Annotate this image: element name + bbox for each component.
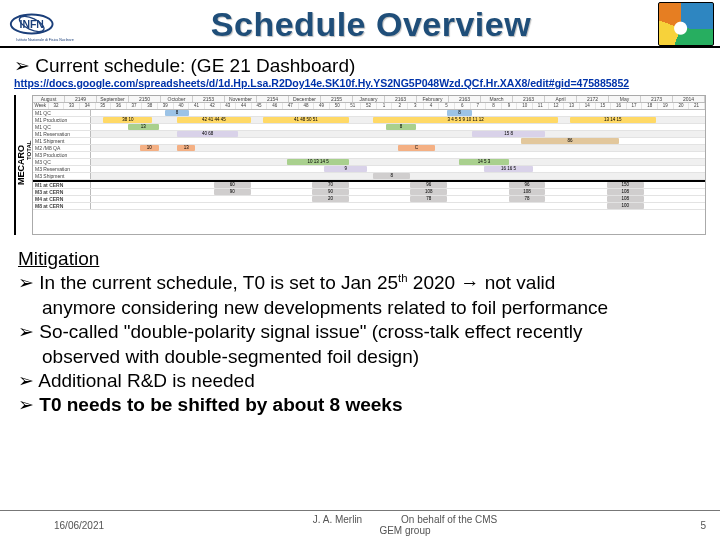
total-chip: 108 [410, 189, 447, 195]
week-cell: 17 [627, 103, 643, 109]
gantt-grid: August2149September2150October2153Novemb… [32, 95, 706, 235]
dashboard-link[interactable]: https://docs.google.com/spreadsheets/d/1… [0, 77, 720, 93]
gantt-bar: 10 [140, 145, 158, 151]
month-cell: 2150 [129, 96, 161, 102]
mitigation-bullet-4: ➢ T0 needs to be shifted by about 8 week… [18, 393, 702, 417]
slide-footer: 16/06/2021 J. A. Merlin On behalf of the… [0, 510, 720, 536]
cms-logo [658, 2, 714, 46]
gantt-bar: 13 [177, 145, 195, 151]
footer-date: 16/06/2021 [14, 520, 134, 531]
week-cell: 7 [471, 103, 487, 109]
month-cell: 2014 [673, 96, 705, 102]
week-cell: 33 [64, 103, 80, 109]
gantt-bar: 86 [521, 138, 619, 144]
mitigation-bullet-1-cont: anymore considering new developments rel… [42, 296, 702, 320]
gantt-side-label: MECARO TOTAL [14, 95, 32, 235]
footer-center: J. A. Merlin On behalf of the CMS GEM gr… [134, 514, 676, 536]
total-row: M4 at CERN207878108 [33, 196, 705, 203]
total-row: M1 at CERN60709696150 [33, 182, 705, 189]
gantt-bar: 41 48 50 51 [263, 117, 349, 123]
schedule-gantt: MECARO TOTAL August2149September2150Octo… [14, 95, 706, 235]
week-cell: 19 [658, 103, 674, 109]
week-cell: 35 [96, 103, 112, 109]
week-cell: 39 [158, 103, 174, 109]
week-cell: 45 [252, 103, 268, 109]
gantt-bar: 8 [447, 110, 472, 116]
intro-text: Current schedule: (GE 21 Dashboard) [35, 55, 355, 76]
mitigation-section: Mitigation ➢ In the current schedule, T0… [0, 241, 720, 418]
week-cell: 38 [142, 103, 158, 109]
month-cell: December [289, 96, 321, 102]
total-chip: 20 [312, 196, 349, 202]
week-cell: 16 [611, 103, 627, 109]
week-cell: 11 [533, 103, 549, 109]
gantt-row: M2 /M8 QA1013C [33, 145, 705, 152]
page-number: 5 [676, 520, 706, 531]
bullet-arrow-icon: ➢ [18, 370, 34, 391]
gantt-bar: 13 14 15 [570, 117, 656, 123]
week-cell: 15 [596, 103, 612, 109]
gantt-bar: 40 68 [177, 131, 238, 137]
week-cell: 46 [267, 103, 283, 109]
mitigation-bullet-3: ➢ Additional R&D is needed [18, 369, 702, 393]
week-cell: 37 [127, 103, 143, 109]
gantt-bar: 14 5 3 [459, 159, 508, 165]
week-cell: 13 [564, 103, 580, 109]
gantt-row: M3 Shipment8 [33, 173, 705, 180]
gantt-bar: 38 10 [103, 117, 152, 123]
mitigation-bullet-1: ➢ In the current schedule, T0 is set to … [18, 271, 702, 296]
week-cell: 12 [549, 103, 565, 109]
row-label: M1 Shipment [33, 138, 91, 144]
gantt-bar: 8 [386, 124, 417, 130]
gantt-bar: 9 [324, 166, 367, 172]
mitigation-bullet-2-cont: observed with double-segmented foil desi… [42, 345, 702, 369]
row-label: M3 Reservation [33, 166, 91, 172]
gantt-bar: 10 13 14 5 [287, 159, 348, 165]
gantt-row: M1 QC138 [33, 124, 705, 131]
slide-header: INFN Istituto Nazionale di Fisica Nuclea… [0, 0, 720, 48]
week-cell: 44 [236, 103, 252, 109]
page-title: Schedule Overview [94, 5, 648, 44]
week-cell: 8 [486, 103, 502, 109]
arrow-right-icon: → [460, 273, 479, 294]
svg-text:Istituto Nazionale di Fisica N: Istituto Nazionale di Fisica Nucleare [16, 38, 73, 42]
week-cell: Week [33, 103, 49, 109]
row-label: M2 /M8 QA [33, 145, 91, 151]
gantt-row: M3 Production [33, 152, 705, 159]
row-label: M1 Reservation [33, 131, 91, 137]
week-cell: 32 [49, 103, 65, 109]
intro-bullet: ➢ Current schedule: (GE 21 Dashboard) [0, 48, 720, 77]
mitigation-heading: Mitigation [18, 247, 702, 271]
gantt-row: M1 Shipment86 [33, 138, 705, 145]
month-cell: September [97, 96, 129, 102]
week-cell: 18 [642, 103, 658, 109]
week-cell: 5 [439, 103, 455, 109]
row-label: M1 QC [33, 124, 91, 130]
month-cell: May [609, 96, 641, 102]
total-chip: 108 [607, 196, 644, 202]
month-cell: 2163 [449, 96, 481, 102]
gantt-row: M1 Production38 1042 41 44 4541 48 50 51… [33, 117, 705, 124]
month-cell: October [161, 96, 193, 102]
svg-text:INFN: INFN [20, 19, 44, 30]
total-row: M8 at CERN100 [33, 203, 705, 210]
bullet-arrow-icon: ➢ [14, 55, 30, 76]
total-chip: 78 [509, 196, 546, 202]
week-cell: 4 [424, 103, 440, 109]
row-label: M1 QC [33, 110, 91, 116]
total-chip: 90 [312, 189, 349, 195]
gantt-row: M3 QC10 13 14 514 5 3 [33, 159, 705, 166]
week-cell: 41 [189, 103, 205, 109]
gantt-bar: 8 [165, 110, 190, 116]
week-cell: 49 [314, 103, 330, 109]
month-cell: 2149 [65, 96, 97, 102]
bullet-arrow-icon: ➢ [18, 394, 34, 415]
month-cell: 2153 [193, 96, 225, 102]
month-cell: 2155 [321, 96, 353, 102]
week-cell: 43 [221, 103, 237, 109]
infn-logo: INFN Istituto Nazionale di Fisica Nuclea… [6, 5, 84, 43]
gantt-row: M1 Reservation40 6815 8 [33, 131, 705, 138]
month-cell: August [33, 96, 65, 102]
gantt-bar: 15 8 [472, 131, 546, 137]
gantt-bar: 8 [373, 173, 410, 179]
